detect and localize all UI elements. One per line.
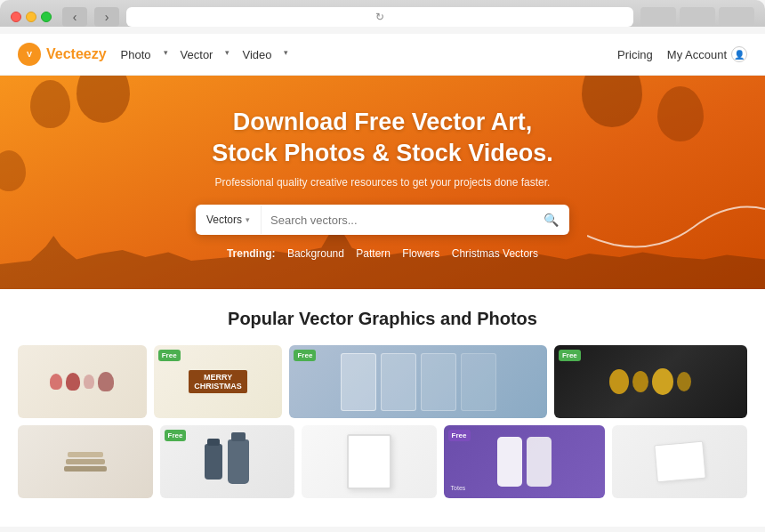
free-badge: Free	[165, 430, 187, 441]
thumb-5	[18, 425, 153, 498]
list-item[interactable]	[612, 425, 747, 498]
free-badge: Free	[294, 350, 316, 361]
list-item[interactable]: Free	[554, 345, 747, 418]
hero-section: Download Free Vector Art, Stock Photos &…	[0, 76, 765, 289]
list-item[interactable]: Free MERRYCHRISTMAS	[154, 345, 283, 418]
search-input[interactable]	[262, 206, 533, 235]
my-account-label: My Account	[667, 48, 727, 61]
traffic-lights	[11, 12, 52, 22]
hero-title: Download Free Vector Art, Stock Photos &…	[18, 107, 747, 169]
nav-photo[interactable]: Photo	[121, 48, 151, 61]
address-bar[interactable]: ↻	[126, 7, 633, 27]
trending-item-3[interactable]: Christmas Vectors	[452, 247, 538, 260]
browser-chrome: ‹ › ↻	[0, 0, 765, 27]
thumb-1	[18, 345, 147, 418]
website: V Vecteezy Photo▾ Vector▾ Video▾ Pricing…	[0, 34, 765, 527]
free-badge: Free	[448, 430, 471, 441]
nav-video[interactable]: Video	[242, 48, 271, 61]
search-bar: Vectors ▾ 🔍	[196, 205, 569, 235]
trending-item-2[interactable]: Flowers	[402, 247, 439, 260]
account-icon: 👤	[731, 46, 747, 62]
logo-text: Vecteezy	[46, 46, 107, 62]
traffic-light-red[interactable]	[11, 12, 21, 22]
free-badge: Free	[158, 350, 181, 361]
pricing-link[interactable]: Pricing	[617, 48, 653, 61]
toolbar-btn-3[interactable]	[719, 7, 754, 27]
toolbar-btn-2[interactable]	[680, 7, 715, 27]
list-item[interactable]: Free	[160, 425, 295, 498]
section-title: Popular Vector Graphics and Photos	[18, 309, 747, 329]
thumb-3	[289, 345, 546, 418]
trending-label: Trending:	[227, 247, 276, 260]
hero-content: Download Free Vector Art, Stock Photos &…	[18, 107, 747, 260]
trending-item-1[interactable]: Pattern	[356, 247, 391, 260]
thumb-4	[554, 345, 747, 418]
forward-button[interactable]: ›	[94, 7, 119, 27]
my-account[interactable]: My Account 👤	[667, 46, 747, 62]
trending-item-0[interactable]: Background	[287, 247, 344, 260]
traffic-light-yellow[interactable]	[26, 12, 36, 22]
main-nav: V Vecteezy Photo▾ Vector▾ Video▾ Pricing…	[0, 34, 765, 76]
browser-toolbar: ‹ › ↻	[11, 7, 754, 27]
totes-label: Totes	[451, 485, 466, 491]
nav-right: Pricing My Account 👤	[617, 46, 747, 62]
list-item[interactable]	[18, 345, 147, 418]
grid-row-1: Free MERRYCHRISTMAS Free Free	[18, 345, 747, 418]
free-badge: Free	[559, 350, 581, 361]
traffic-light-green[interactable]	[41, 12, 52, 22]
list-item[interactable]: Free Totes	[444, 425, 606, 498]
logo-icon: V	[18, 43, 41, 66]
back-button[interactable]: ‹	[62, 7, 87, 27]
trending-bar: Trending: Background Pattern Flowers Chr…	[18, 247, 747, 260]
nav-links: Photo▾ Vector▾ Video▾	[121, 48, 289, 61]
list-item[interactable]	[302, 425, 437, 498]
nav-vector[interactable]: Vector	[181, 48, 213, 61]
toolbar-btn-1[interactable]	[640, 7, 676, 27]
main-content: Popular Vector Graphics and Photos Free …	[0, 289, 765, 507]
grid-row-2: Free Free	[18, 425, 747, 498]
toolbar-buttons	[640, 7, 754, 27]
hero-subtitle: Professional quality creative resources …	[18, 176, 747, 189]
list-item[interactable]	[18, 425, 153, 498]
search-button[interactable]: 🔍	[533, 205, 569, 235]
logo[interactable]: V Vecteezy	[18, 43, 107, 66]
thumb-9	[612, 425, 747, 498]
thumb-7	[302, 425, 437, 498]
search-type-selector[interactable]: Vectors ▾	[196, 206, 262, 234]
list-item[interactable]: Free	[289, 345, 546, 418]
reload-icon: ↻	[375, 11, 384, 23]
